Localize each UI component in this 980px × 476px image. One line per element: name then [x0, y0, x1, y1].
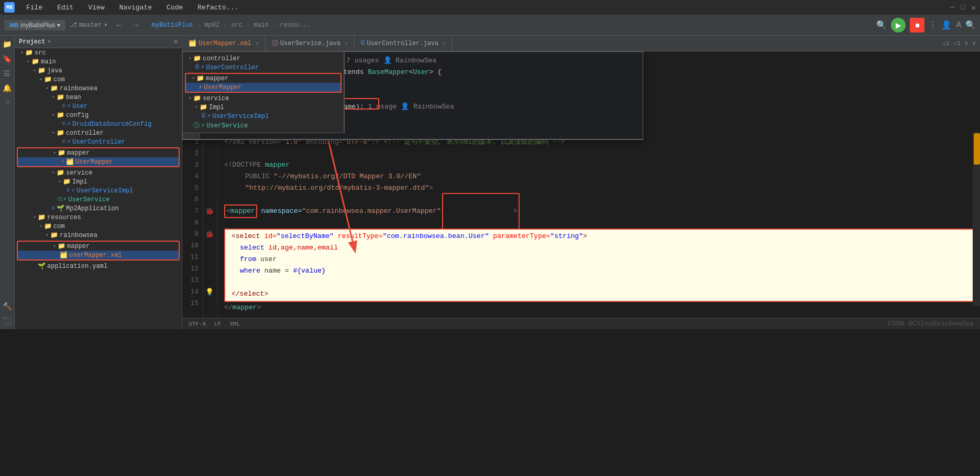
tree-item-com[interactable]: ▾ 📁 com [15, 75, 182, 84]
scroll-up-btn[interactable]: ∧ [965, 40, 968, 47]
maximize-btn[interactable]: □ [961, 3, 965, 12]
sidebar-git-icon[interactable]: ⑂ [1, 96, 14, 109]
popup-impl-folder[interactable]: ▾ 📁 Impl [183, 103, 344, 112]
folder-icon: 📁 [57, 93, 64, 101]
sidebar-notifications-icon[interactable]: 🔔 [1, 82, 14, 94]
code-lines[interactable]: <?xml version="1.0" encoding="UTF-8"?> <… [218, 132, 980, 318]
tree-item-controller[interactable]: ▾ 📁 controller [15, 128, 182, 137]
code-line-7: <mapper namespace="com.rainbowsea.mapper… [224, 205, 980, 217]
tab-usermapper-xml[interactable]: 🗂️ UserMapper.xml ✕ [182, 36, 266, 51]
vertical-scrollbar[interactable] [973, 132, 980, 306]
tree-item-config[interactable]: ▾ 📁 config [15, 111, 182, 120]
menu-view[interactable]: View [85, 3, 107, 13]
main-layout: 📁 🔖 ☰ 🔔 ⑂ 🔨 ⬛ Project ▾ ⚙ ▾ 📁 [0, 36, 980, 329]
tree-item-rainbowsea[interactable]: ▾ 📁 rainbowsea [15, 84, 182, 93]
minimize-btn[interactable]: ─ [950, 3, 954, 12]
tree-item-resources[interactable]: ▾ 📁 resources [15, 213, 182, 222]
popup-usercontroller[interactable]: © ⚡ UserController [183, 63, 344, 72]
tree-item-java[interactable]: ▾ 📁 java [15, 66, 182, 75]
breadcrumb-mp02[interactable]: mp02 [204, 21, 219, 29]
tree-item-resources-com[interactable]: ▾ 📁 com [15, 222, 182, 231]
tab-bar: 🗂️ UserMapper.xml ✕ Ⓘ UserService.java ✕… [182, 36, 980, 51]
close-btn[interactable]: ✕ [972, 3, 976, 12]
folder-icon: 📁 [44, 222, 52, 230]
tab-close-userservice[interactable]: ✕ [345, 40, 348, 47]
tree-item-userserviceimpl[interactable]: © ⚡ UserServiceImpl [15, 186, 182, 195]
more-actions-btn[interactable]: ⋮ [929, 20, 937, 30]
tree-item-application-yaml[interactable]: 🌱 application.yaml [15, 262, 182, 271]
interface-icon: ⚡ [63, 196, 67, 203]
breadcrumb-project[interactable]: myBatisPlus [152, 21, 193, 29]
folder-icon: 📁 [38, 67, 46, 74]
chevron-down-icon: ▾ [104, 21, 107, 29]
tree-item-mapper[interactable]: ▾ 📁 mapper [18, 148, 179, 157]
tab-close-usermapper[interactable]: ✕ [256, 40, 259, 47]
sidebar-build-icon[interactable]: 🔨 [1, 300, 14, 312]
sidebar-icons: 📁 🔖 ☰ 🔔 ⑂ 🔨 ⬛ [0, 36, 15, 329]
tree-item-bean[interactable]: ▾ 📁 bean [15, 93, 182, 102]
menu-code[interactable]: Code [163, 3, 186, 13]
tree-item-mp2application[interactable]: © 🌱 Mp2Application [15, 204, 182, 213]
popup-mapper-folder[interactable]: ▾ 📁 mapper [186, 74, 340, 83]
app-icon: MB [4, 2, 15, 13]
menu-file[interactable]: File [23, 3, 46, 13]
popup-userserviceimpl[interactable]: © ⚡ UserServiceImpl [183, 112, 344, 121]
tree-item-impl[interactable]: ▾ 📁 Impl [15, 177, 182, 186]
folder-icon: 📁 [44, 75, 52, 83]
tree-item-resources-rainbowsea[interactable]: ▾ 📁 rainbowsea [15, 231, 182, 240]
sidebar-bookmark-icon[interactable]: 🔖 [1, 52, 14, 65]
breadcrumb-main[interactable]: main [254, 21, 269, 29]
tab-userservice[interactable]: Ⓘ UserService.java ✕ [266, 36, 355, 51]
popup-usermapper[interactable]: ⚡ UserMapper [186, 83, 340, 92]
breadcrumb-resou[interactable]: resou... [280, 21, 310, 29]
tab-close-usercontroller[interactable]: ✕ [443, 40, 446, 47]
popup-tree-overlay: ▾ 📁 controller © ⚡ UserController ▾ 📁 [182, 51, 345, 133]
popup-controller-folder[interactable]: ▾ 📁 controller [183, 54, 344, 63]
back-button[interactable]: ← [112, 19, 127, 31]
translate-icon[interactable]: A [956, 20, 961, 30]
tree-item-main[interactable]: ▾ 📁 main [15, 57, 182, 66]
tab-usercontroller[interactable]: © UserController.java ✕ [355, 36, 453, 51]
menu-bar: MB File Edit View Navigate Code Refacto.… [0, 0, 980, 15]
tree-item-service[interactable]: ▾ 📁 service [15, 168, 182, 177]
tree-item-userservice[interactable]: Ⓘ ⚡ UserService [15, 195, 182, 204]
folder-icon: 📁 [38, 213, 46, 221]
popup-userservice[interactable]: Ⓘ ⚡ UserService [183, 121, 344, 131]
java-icon: Ⓘ [272, 39, 278, 48]
tree-item-src[interactable]: ▾ 📁 src [15, 48, 182, 57]
tree-item-druiddatasource[interactable]: © ⚡ DruidDataSourceConfig [15, 120, 182, 128]
menu-navigate[interactable]: Navigate [116, 3, 155, 13]
mapper-group-box: ▾ 📁 mapper ⚡ 🗂️ UserMapper [17, 147, 180, 167]
tree-item-usermapper[interactable]: ⚡ 🗂️ UserMapper [18, 157, 179, 166]
run-button[interactable]: ▶ [891, 18, 906, 33]
tree-item-usercontroller[interactable]: © ⚡ UserController [15, 137, 182, 146]
class-icon: ⚡ [67, 138, 71, 146]
sidebar-project-icon[interactable]: 📁 [1, 38, 14, 50]
user-icon[interactable]: 👤 [941, 20, 952, 30]
mapper-folder-icon: 📁 [58, 242, 65, 250]
search-everywhere-btn[interactable]: 🔍 [876, 20, 887, 30]
toolbar: MB myBatisPlus ▾ ⎇ master ▾ ← → myBatisP… [0, 15, 980, 36]
warning-count: ⚠1 [942, 40, 949, 47]
code-line-5: "http://mybatis.org/dtd/mybatis-3-mapper… [224, 182, 980, 194]
tree-item-user[interactable]: © ⚡ User [15, 102, 182, 111]
popup-service-folder[interactable]: ▾ 📁 service [183, 94, 344, 103]
forward-button[interactable]: → [129, 19, 144, 31]
scrollbar-thumb[interactable] [974, 133, 980, 165]
sidebar-structure-icon[interactable]: ☰ [1, 67, 14, 80]
menu-edit[interactable]: Edit [54, 3, 76, 13]
tree-item-resources-mapper[interactable]: ▾ 📁 mapper [18, 242, 179, 251]
search-icon[interactable]: 🔍 [965, 20, 976, 30]
lightbulb-icon[interactable]: 💡 [205, 288, 214, 296]
menu-refactor[interactable]: Refacto... [194, 3, 241, 13]
code-line-4: PUBLIC "-//mybatis.org//DTD Mapper 3.0//… [224, 171, 980, 182]
stop-button[interactable]: ■ [910, 18, 924, 33]
breadcrumb-src[interactable]: src [231, 21, 243, 29]
project-selector[interactable]: MB myBatisPlus ▾ [4, 20, 65, 30]
gear-icon[interactable]: ⚙ [174, 38, 178, 46]
scroll-down-btn[interactable]: ∨ [972, 40, 976, 47]
branch-selector[interactable]: ⎇ master ▾ [70, 21, 107, 29]
sidebar-terminal-icon[interactable]: ⬛ [1, 315, 14, 327]
class-icon: ⚡ [67, 120, 71, 128]
tree-item-usermapper-xml[interactable]: 🗂️ userMapper.xml [18, 251, 179, 259]
